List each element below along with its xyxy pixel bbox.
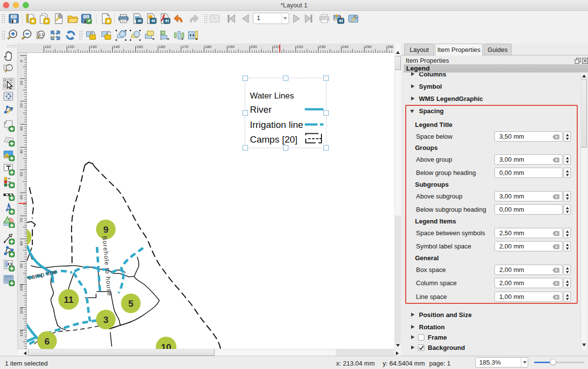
svg-text:River: River: [250, 104, 272, 115]
svg-text:N: N: [7, 206, 10, 210]
svg-text:10: 10: [161, 342, 171, 349]
svg-text:Camps [20]: Camps [20]: [250, 134, 297, 145]
svg-text:1:1: 1:1: [39, 33, 44, 36]
svg-text:5: 5: [128, 298, 134, 309]
svg-text:9: 9: [103, 224, 109, 235]
svg-text:Water Lines: Water Lines: [250, 91, 294, 100]
svg-text:6: 6: [45, 336, 50, 346]
svg-text:3: 3: [103, 315, 109, 325]
svg-text:11: 11: [64, 295, 74, 305]
svg-text:Irrigation line: Irrigation line: [250, 120, 303, 130]
svg-text:Borehole to house: Borehole to house: [101, 236, 113, 296]
